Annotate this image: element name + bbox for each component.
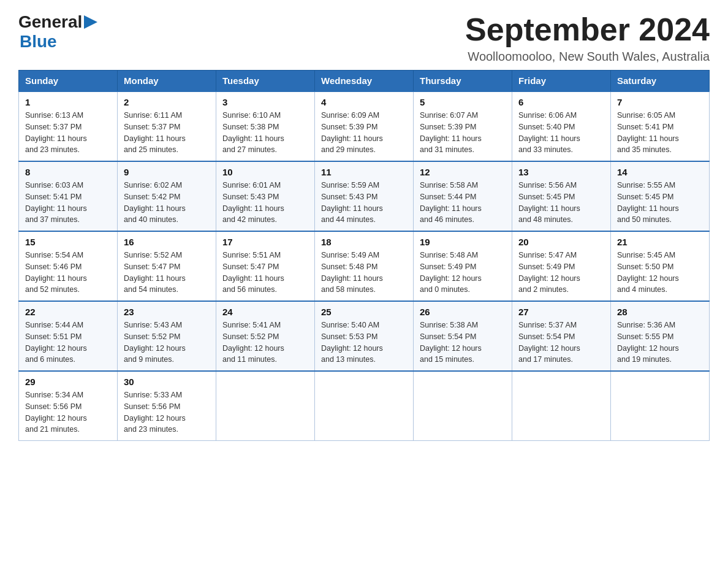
week-row-3: 15Sunrise: 5:54 AMSunset: 5:46 PMDayligh… <box>19 231 710 301</box>
day-number: 20 <box>518 237 604 247</box>
day-info: Sunrise: 5:38 AMSunset: 5:54 PMDaylight:… <box>420 320 506 366</box>
svg-marker-0 <box>84 15 97 29</box>
logo-flag-icon <box>84 15 97 29</box>
calendar-cell: 8Sunrise: 6:03 AMSunset: 5:41 PMDaylight… <box>19 161 118 231</box>
calendar-cell: 17Sunrise: 5:51 AMSunset: 5:47 PMDayligh… <box>216 231 315 301</box>
day-info: Sunrise: 6:06 AMSunset: 5:40 PMDaylight:… <box>518 110 604 156</box>
calendar-cell <box>315 371 414 441</box>
calendar-cell: 15Sunrise: 5:54 AMSunset: 5:46 PMDayligh… <box>19 231 118 301</box>
day-number: 1 <box>25 97 111 107</box>
day-number: 17 <box>222 237 308 247</box>
calendar-cell <box>414 371 512 441</box>
col-header-friday: Friday <box>512 71 611 92</box>
day-number: 11 <box>321 167 407 177</box>
calendar-cell: 1Sunrise: 6:13 AMSunset: 5:37 PMDaylight… <box>19 91 118 161</box>
col-header-tuesday: Tuesday <box>216 71 315 92</box>
day-number: 2 <box>124 97 210 107</box>
calendar-cell: 29Sunrise: 5:34 AMSunset: 5:56 PMDayligh… <box>19 371 118 441</box>
day-number: 10 <box>222 167 308 177</box>
col-header-sunday: Sunday <box>19 71 118 92</box>
day-info: Sunrise: 6:13 AMSunset: 5:37 PMDaylight:… <box>25 110 111 156</box>
day-info: Sunrise: 5:45 AMSunset: 5:50 PMDaylight:… <box>617 250 703 296</box>
page-header: General Blue September 2024 Woolloomoolo… <box>18 12 710 64</box>
calendar-cell: 6Sunrise: 6:06 AMSunset: 5:40 PMDaylight… <box>512 91 611 161</box>
day-number: 19 <box>420 237 506 247</box>
day-number: 16 <box>124 237 210 247</box>
day-info: Sunrise: 6:09 AMSunset: 5:39 PMDaylight:… <box>321 110 407 156</box>
day-info: Sunrise: 5:54 AMSunset: 5:46 PMDaylight:… <box>25 250 111 296</box>
calendar-cell: 4Sunrise: 6:09 AMSunset: 5:39 PMDaylight… <box>315 91 414 161</box>
day-number: 26 <box>420 307 506 317</box>
day-number: 7 <box>617 97 703 107</box>
month-title: September 2024 <box>465 12 710 47</box>
calendar-cell: 22Sunrise: 5:44 AMSunset: 5:51 PMDayligh… <box>19 301 118 371</box>
calendar-cell <box>512 371 611 441</box>
day-info: Sunrise: 5:55 AMSunset: 5:45 PMDaylight:… <box>617 180 703 226</box>
day-number: 22 <box>25 307 111 317</box>
week-row-5: 29Sunrise: 5:34 AMSunset: 5:56 PMDayligh… <box>19 371 710 441</box>
col-header-wednesday: Wednesday <box>315 71 414 92</box>
day-number: 5 <box>420 97 506 107</box>
day-number: 14 <box>617 167 703 177</box>
calendar-cell: 11Sunrise: 5:59 AMSunset: 5:43 PMDayligh… <box>315 161 414 231</box>
day-info: Sunrise: 6:01 AMSunset: 5:43 PMDaylight:… <box>222 180 308 226</box>
day-info: Sunrise: 5:59 AMSunset: 5:43 PMDaylight:… <box>321 180 407 226</box>
calendar-cell: 30Sunrise: 5:33 AMSunset: 5:56 PMDayligh… <box>118 371 216 441</box>
day-number: 13 <box>518 167 604 177</box>
location-subtitle: Woolloomooloo, New South Wales, Australi… <box>465 50 710 64</box>
day-info: Sunrise: 5:56 AMSunset: 5:45 PMDaylight:… <box>518 180 604 226</box>
week-row-4: 22Sunrise: 5:44 AMSunset: 5:51 PMDayligh… <box>19 301 710 371</box>
calendar-cell: 16Sunrise: 5:52 AMSunset: 5:47 PMDayligh… <box>118 231 216 301</box>
day-number: 23 <box>124 307 210 317</box>
calendar-cell: 19Sunrise: 5:48 AMSunset: 5:49 PMDayligh… <box>414 231 512 301</box>
day-info: Sunrise: 5:41 AMSunset: 5:52 PMDaylight:… <box>222 320 308 366</box>
calendar-cell: 2Sunrise: 6:11 AMSunset: 5:37 PMDaylight… <box>118 91 216 161</box>
day-number: 12 <box>420 167 506 177</box>
calendar-table: SundayMondayTuesdayWednesdayThursdayFrid… <box>18 70 710 441</box>
calendar-cell: 7Sunrise: 6:05 AMSunset: 5:41 PMDaylight… <box>611 91 710 161</box>
day-info: Sunrise: 5:52 AMSunset: 5:47 PMDaylight:… <box>124 250 210 296</box>
day-number: 21 <box>617 237 703 247</box>
day-info: Sunrise: 5:37 AMSunset: 5:54 PMDaylight:… <box>518 320 604 366</box>
day-number: 29 <box>25 377 111 387</box>
day-number: 28 <box>617 307 703 317</box>
day-info: Sunrise: 6:02 AMSunset: 5:42 PMDaylight:… <box>124 180 210 226</box>
day-info: Sunrise: 5:49 AMSunset: 5:48 PMDaylight:… <box>321 250 407 296</box>
calendar-cell: 12Sunrise: 5:58 AMSunset: 5:44 PMDayligh… <box>414 161 512 231</box>
day-number: 18 <box>321 237 407 247</box>
day-info: Sunrise: 5:44 AMSunset: 5:51 PMDaylight:… <box>25 320 111 366</box>
calendar-cell: 28Sunrise: 5:36 AMSunset: 5:55 PMDayligh… <box>611 301 710 371</box>
day-info: Sunrise: 5:36 AMSunset: 5:55 PMDaylight:… <box>617 320 703 366</box>
logo-general: General <box>18 12 82 32</box>
calendar-cell: 18Sunrise: 5:49 AMSunset: 5:48 PMDayligh… <box>315 231 414 301</box>
calendar-cell: 5Sunrise: 6:07 AMSunset: 5:39 PMDaylight… <box>414 91 512 161</box>
day-info: Sunrise: 5:40 AMSunset: 5:53 PMDaylight:… <box>321 320 407 366</box>
logo: General Blue <box>18 12 97 52</box>
day-info: Sunrise: 5:34 AMSunset: 5:56 PMDaylight:… <box>25 389 111 435</box>
col-header-monday: Monday <box>118 71 216 92</box>
calendar-cell: 26Sunrise: 5:38 AMSunset: 5:54 PMDayligh… <box>414 301 512 371</box>
day-number: 3 <box>222 97 308 107</box>
calendar-cell: 9Sunrise: 6:02 AMSunset: 5:42 PMDaylight… <box>118 161 216 231</box>
week-row-2: 8Sunrise: 6:03 AMSunset: 5:41 PMDaylight… <box>19 161 710 231</box>
logo-blue: Blue <box>20 32 57 52</box>
calendar-cell <box>611 371 710 441</box>
day-number: 9 <box>124 167 210 177</box>
day-info: Sunrise: 5:47 AMSunset: 5:49 PMDaylight:… <box>518 250 604 296</box>
title-block: September 2024 Woolloomooloo, New South … <box>465 12 710 64</box>
day-info: Sunrise: 5:58 AMSunset: 5:44 PMDaylight:… <box>420 180 506 226</box>
calendar-header: SundayMondayTuesdayWednesdayThursdayFrid… <box>19 71 710 92</box>
col-header-saturday: Saturday <box>611 71 710 92</box>
day-info: Sunrise: 6:07 AMSunset: 5:39 PMDaylight:… <box>420 110 506 156</box>
day-number: 15 <box>25 237 111 247</box>
day-info: Sunrise: 6:03 AMSunset: 5:41 PMDaylight:… <box>25 180 111 226</box>
day-info: Sunrise: 5:33 AMSunset: 5:56 PMDaylight:… <box>124 389 210 435</box>
calendar-cell: 13Sunrise: 5:56 AMSunset: 5:45 PMDayligh… <box>512 161 611 231</box>
day-number: 30 <box>124 377 210 387</box>
day-number: 6 <box>518 97 604 107</box>
calendar-body: 1Sunrise: 6:13 AMSunset: 5:37 PMDaylight… <box>19 91 710 441</box>
calendar-cell: 24Sunrise: 5:41 AMSunset: 5:52 PMDayligh… <box>216 301 315 371</box>
day-number: 27 <box>518 307 604 317</box>
day-number: 25 <box>321 307 407 317</box>
calendar-cell: 3Sunrise: 6:10 AMSunset: 5:38 PMDaylight… <box>216 91 315 161</box>
